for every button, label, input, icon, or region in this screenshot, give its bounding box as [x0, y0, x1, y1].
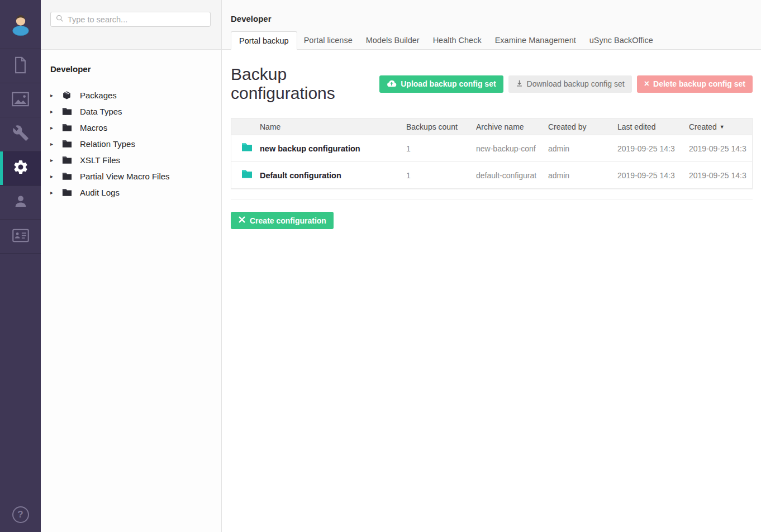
last-edited-cell: 2019-09-25 14:3: [617, 144, 689, 153]
created-cell: 2019-09-25 14:3: [689, 171, 752, 180]
config-name: new backup configuration: [260, 144, 360, 153]
rail-item-settings[interactable]: [0, 117, 41, 151]
document-icon: [13, 56, 28, 76]
upload-button-label: Upload backup config set: [401, 79, 496, 88]
create-row: Create configuration: [231, 212, 753, 229]
folder-icon: [62, 188, 72, 197]
download-icon: [516, 79, 523, 89]
id-card-icon: [12, 229, 29, 245]
package-icon: [62, 91, 72, 100]
action-buttons: Upload backup config set Download backup…: [379, 75, 753, 93]
section-title: Developer: [231, 14, 272, 23]
tree: Developer ▸ Packages ▸ Data Types ▸: [41, 50, 221, 201]
tab-usync-backoffice[interactable]: uSync BackOffice: [583, 31, 660, 50]
rail-item-developer[interactable]: [0, 151, 41, 186]
page-title: Backup configurations: [231, 65, 379, 103]
table-header-row: Name Backups count Archive name Created …: [231, 118, 752, 135]
gear-icon: [12, 159, 29, 178]
tree-item-label: Audit Logs: [80, 188, 120, 197]
search-input[interactable]: [68, 15, 205, 24]
table-row[interactable]: new backup configuration 1 new-backup-co…: [231, 135, 752, 162]
tab-portal-backup[interactable]: Portal backup: [231, 31, 297, 50]
rail-item-members[interactable]: [0, 220, 41, 254]
search-icon: [56, 15, 64, 25]
chevron-right-icon[interactable]: ▸: [50, 157, 58, 163]
tree-item-label: Macros: [80, 123, 107, 132]
avatar-icon: [8, 10, 33, 39]
tree-item-label: Data Types: [80, 107, 122, 116]
chevron-right-icon[interactable]: ▸: [50, 141, 58, 147]
folder-icon: [62, 140, 72, 148]
created-by-cell: admin: [548, 144, 617, 153]
chevron-right-icon[interactable]: ▸: [50, 108, 58, 115]
tab-health-check[interactable]: Health Check: [426, 31, 488, 50]
folder-icon: [241, 142, 253, 154]
user-avatar[interactable]: [0, 0, 41, 49]
main-content: Developer Portal backup Portal license M…: [222, 0, 761, 532]
rail-item-content[interactable]: [0, 49, 41, 83]
user-icon: [13, 193, 28, 211]
table-row[interactable]: Default configuration 1 default-configur…: [231, 162, 752, 188]
download-backup-config-button[interactable]: Download backup config set: [508, 75, 632, 93]
chevron-right-icon[interactable]: ▸: [50, 173, 58, 179]
column-header-last-edited[interactable]: Last edited: [617, 122, 689, 131]
folder-icon: [62, 124, 72, 132]
tools-cross-icon: [238, 216, 246, 225]
last-edited-cell: 2019-09-25 14:3: [617, 171, 689, 180]
tab-bar: Portal backup Portal license Models Buil…: [231, 31, 660, 50]
search-area: [41, 0, 221, 50]
tree-item-relation-types[interactable]: ▸ Relation Types: [50, 136, 221, 152]
delete-backup-config-button[interactable]: × Delete backup config set: [637, 75, 753, 93]
tree-item-xslt-files[interactable]: ▸ XSLT Files: [50, 152, 221, 168]
tab-examine-management[interactable]: Examine Management: [488, 31, 583, 50]
column-header-created[interactable]: Created ▼: [689, 122, 752, 131]
column-header-backups-count[interactable]: Backups count: [406, 122, 476, 131]
archive-name-cell: default-configurat: [476, 171, 548, 180]
tree-item-audit-logs[interactable]: ▸ Audit Logs: [50, 184, 221, 201]
config-name: Default configuration: [260, 171, 341, 180]
folder-icon: [241, 169, 253, 181]
upload-backup-config-button[interactable]: Upload backup config set: [379, 75, 503, 93]
created-by-cell: admin: [548, 171, 617, 180]
tree-item-partial-view-macro-files[interactable]: ▸ Partial View Macro Files: [50, 168, 221, 184]
backups-count-cell: 1: [406, 144, 476, 153]
tree-item-macros[interactable]: ▸ Macros: [50, 120, 221, 136]
folder-icon: [62, 107, 72, 116]
column-header-created-by[interactable]: Created by: [548, 122, 617, 131]
rail-item-media[interactable]: [0, 83, 41, 117]
create-button-label: Create configuration: [250, 216, 326, 225]
rail-item-users[interactable]: [0, 186, 41, 220]
row-name-cell: Default configuration: [231, 169, 406, 181]
tree-item-packages[interactable]: ▸ Packages: [50, 87, 221, 103]
chevron-right-icon[interactable]: ▸: [50, 125, 58, 131]
tree-item-label: Packages: [80, 91, 117, 100]
tab-portal-license[interactable]: Portal license: [297, 31, 359, 50]
column-header-name[interactable]: Name: [231, 122, 406, 131]
app-window: ? Developer ▸ Packages ▸: [0, 0, 761, 532]
tree-title: Developer: [50, 64, 221, 74]
delete-button-label: Delete backup config set: [653, 79, 745, 88]
cloud-upload-icon: [387, 79, 397, 89]
archive-name-cell: new-backup-conf: [476, 144, 548, 153]
create-configuration-button[interactable]: Create configuration: [231, 212, 334, 229]
column-header-created-label: Created: [689, 122, 717, 131]
tree-item-label: XSLT Files: [80, 155, 120, 165]
tree-item-data-types[interactable]: ▸ Data Types: [50, 103, 221, 120]
tree-item-label: Relation Types: [80, 139, 135, 149]
download-button-label: Download backup config set: [527, 79, 625, 88]
search-box[interactable]: [50, 12, 211, 27]
backup-configurations-table: Name Backups count Archive name Created …: [231, 118, 753, 189]
chevron-right-icon[interactable]: ▸: [50, 189, 58, 196]
folder-icon: [62, 156, 72, 164]
column-header-archive-name[interactable]: Archive name: [476, 122, 548, 131]
close-icon: ×: [644, 79, 649, 88]
section-rail: ?: [0, 0, 41, 532]
tab-models-builder[interactable]: Models Builder: [359, 31, 426, 50]
chevron-right-icon[interactable]: ▸: [50, 92, 58, 98]
tab-content: Backup configurations Upload backup conf…: [222, 50, 761, 229]
created-cell: 2019-09-25 14:3: [689, 144, 752, 153]
page-head: Backup configurations Upload backup conf…: [231, 65, 753, 103]
help-button[interactable]: ?: [0, 506, 41, 523]
backups-count-cell: 1: [406, 171, 476, 180]
tree-panel: Developer ▸ Packages ▸ Data Types ▸: [41, 0, 222, 532]
